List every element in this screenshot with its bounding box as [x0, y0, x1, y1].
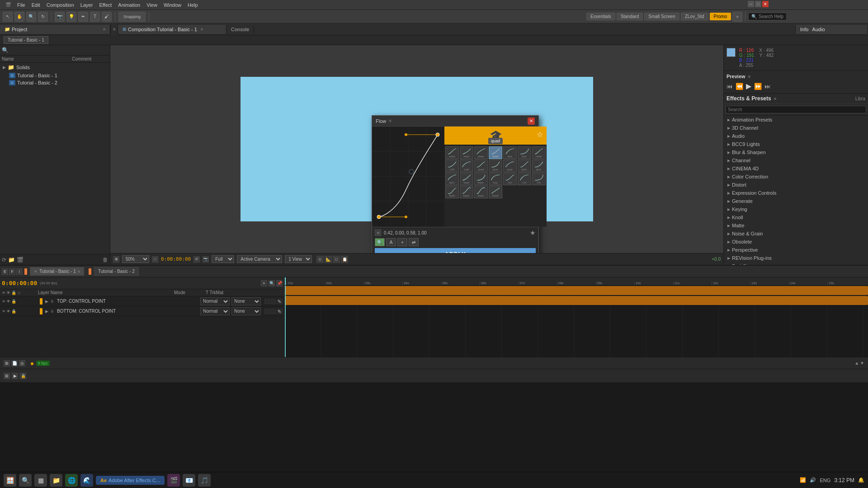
effects-item-animation-presets[interactable]: ▶ Animation Presets — [724, 116, 868, 124]
interpret-icon[interactable]: ⟳ — [2, 257, 6, 263]
effects-item-3d-channel[interactable]: ▶ 3D Channel — [724, 124, 868, 132]
flow-value-star[interactable]: ★ — [530, 229, 536, 236]
clip-layer-6[interactable] — [285, 296, 868, 305]
effects-item-cinema4d[interactable]: ▶ CINEMA 4D — [724, 164, 868, 173]
flow-link-icon[interactable]: ⊞ — [375, 230, 381, 236]
preset-back2[interactable]: back. — [460, 186, 473, 198]
effects-item-noise[interactable]: ▶ Noise & Grain — [724, 230, 868, 238]
tl-collapse[interactable]: ▲ — [854, 361, 859, 366]
effects-item-bcc9[interactable]: ▶ BCC9 Lights — [724, 140, 868, 148]
flow-tool-text[interactable]: A — [386, 238, 396, 246]
prev-play[interactable]: ▶ — [746, 82, 751, 90]
flow-close-btn[interactable]: ✕ — [528, 117, 535, 125]
always-preview-btn[interactable]: ⊞ — [113, 256, 119, 263]
preset-quad-out[interactable]: qua. — [518, 146, 531, 159]
project-close-icon[interactable]: ≡ — [103, 27, 105, 32]
star-favorite[interactable]: ☆ — [537, 130, 543, 139]
effects-item-keying[interactable]: ▶ Keying — [724, 205, 868, 213]
menu-window[interactable]: Window — [161, 1, 184, 9]
new-folder-icon[interactable]: 📁 — [8, 257, 15, 263]
menu-view[interactable]: View — [144, 1, 160, 9]
prev-step-back[interactable]: ⏪ — [736, 83, 743, 90]
snapping-btn[interactable]: Snapping — [118, 12, 146, 22]
menu-composition[interactable]: Composition — [44, 1, 77, 9]
col-icon-2[interactable]: 👁 — [6, 291, 10, 295]
preview-menu-icon[interactable]: ≡ — [748, 74, 751, 79]
effects-item-channel[interactable]: ▶ Channel — [724, 156, 868, 164]
effects-search-input[interactable] — [726, 106, 866, 113]
workspace-essentials[interactable]: Essentials — [586, 13, 615, 20]
tool-select[interactable]: ↖ — [3, 12, 13, 22]
workspace-zlov[interactable]: ZLov_Std — [681, 13, 708, 20]
flow-apply-button[interactable]: APPLY — [375, 248, 536, 253]
menu-edit[interactable]: Edit — [29, 1, 43, 9]
tl-timecode[interactable]: 0:00:00:00 — [2, 280, 37, 286]
tl-expand-all[interactable]: ⊞ — [4, 360, 10, 366]
preset-ease-out[interactable]: ease — [474, 146, 488, 159]
layer6-sw1[interactable] — [264, 309, 270, 314]
flow-tool-arrows[interactable]: ⇄ — [409, 238, 419, 246]
console-panel-tab[interactable]: Console — [226, 25, 254, 34]
taskbar-chrome[interactable]: 🌐 — [65, 474, 78, 487]
taskbar-search[interactable]: 🔍 — [19, 474, 32, 487]
notification-icon[interactable]: 🔔 — [858, 477, 864, 483]
preset-ease-in[interactable]: ease — [460, 146, 473, 159]
comp-tab-close[interactable]: ✕ — [111, 23, 118, 35]
layer5-lock[interactable]: 🔒 — [11, 299, 16, 304]
tool-text[interactable]: T — [90, 12, 100, 22]
status-icon2[interactable]: ▶ — [12, 373, 18, 379]
layer5-mode[interactable]: Normal — [200, 297, 230, 305]
layer6-lock[interactable]: 🔒 — [11, 309, 16, 314]
preset-cubi3[interactable]: cubi — [460, 160, 473, 172]
effects-item-expression[interactable]: ▶ Expression Controls — [724, 189, 868, 197]
layer6-solo[interactable]: ☀ — [2, 309, 5, 314]
safe-icon[interactable]: ⊡ — [333, 256, 340, 263]
tool-rotate[interactable]: ↻ — [38, 12, 48, 22]
minimize-btn[interactable]: ─ — [748, 1, 754, 7]
breadcrumb-item[interactable]: Tutorial - Basic - 1 — [4, 36, 48, 44]
workspace-promo[interactable]: Promo — [710, 13, 731, 20]
comp-panel-tab[interactable]: ⊞ Composition Tutorial - Basic - 1 ≡ — [118, 25, 226, 34]
preset-quint3[interactable]: quin. — [445, 173, 459, 185]
new-comp-icon[interactable]: 🎬 — [17, 257, 24, 263]
effects-item-matte[interactable]: ▶ Matte — [724, 221, 868, 230]
taskbar-ae-app[interactable]: Ae Adobe After Effects C... — [96, 476, 165, 485]
preset-cubic[interactable]: cubic — [532, 146, 546, 159]
preset-cubi2[interactable]: cubi — [445, 160, 459, 172]
effects-item-perspective[interactable]: ▶ Perspective — [724, 246, 868, 254]
effects-item-revision[interactable]: ▶ REVision Plug-ins — [724, 254, 868, 262]
layer6-sw2[interactable] — [271, 309, 276, 314]
tool-pen[interactable]: ✒ — [78, 12, 88, 22]
resolution-icon[interactable]: □ — [152, 256, 158, 263]
taskbar-icon6[interactable]: 📧 — [183, 474, 195, 487]
taskbar-icon5[interactable]: 🎬 — [167, 474, 180, 487]
layer6-mode[interactable]: Normal — [200, 307, 230, 315]
col-icon-1[interactable]: ☀ — [2, 291, 5, 295]
preset-ease[interactable]: ease — [445, 146, 459, 159]
prev-step-fwd[interactable]: ⏩ — [754, 83, 762, 90]
zoom-select[interactable]: 50% 100% — [122, 255, 149, 263]
preset-back3[interactable]: back. — [474, 186, 488, 198]
flow-tool-zoom[interactable]: 🔍 — [375, 238, 385, 246]
preset-quint2[interactable]: quin. — [532, 160, 546, 172]
camera-select[interactable]: Active Camera — [237, 255, 282, 263]
preset-quar3[interactable]: quar — [503, 160, 517, 172]
col-icon-4[interactable]: ☆ — [17, 291, 21, 295]
taskbar-explorer[interactable]: 📁 — [50, 474, 62, 487]
layer5-expand[interactable]: ▶ — [45, 299, 48, 304]
preset-circ[interactable]: circ — [503, 173, 517, 185]
preset-quint[interactable]: quin. — [518, 160, 531, 172]
menu-help[interactable]: Help — [185, 1, 201, 9]
preset-expo[interactable]: expo — [460, 173, 473, 185]
tl-expand[interactable]: ▼ — [860, 361, 864, 366]
effects-item-audio[interactable]: ▶ Audio — [724, 132, 868, 140]
tool-hand[interactable]: ✋ — [14, 12, 24, 22]
prev-skip-start[interactable]: ⏮ — [726, 83, 733, 90]
tl-draft[interactable]: 📄 — [11, 360, 18, 366]
tl-icon-ef[interactable]: E — [2, 268, 8, 275]
layer5-visible[interactable]: 👁 — [6, 299, 10, 304]
menu-file[interactable]: File — [14, 1, 28, 9]
tool-zoom[interactable]: 🔍 — [26, 12, 36, 22]
preset-quad-in[interactable]: qua. — [503, 146, 517, 159]
trash-icon[interactable]: 🗑 — [103, 257, 108, 263]
